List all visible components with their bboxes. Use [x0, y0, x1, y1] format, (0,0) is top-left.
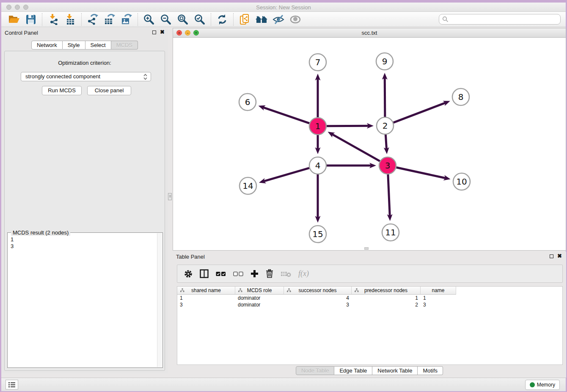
close-panel-icon[interactable]: ✖: [160, 30, 165, 34]
function-builder-icon: f(x): [298, 269, 309, 278]
tab-node-table[interactable]: Node Table: [296, 366, 335, 375]
sort-icon[interactable]: [355, 288, 359, 293]
create-column-icon[interactable]: [250, 270, 259, 278]
graph-node-label: 10: [456, 177, 467, 187]
task-history-button[interactable]: [6, 380, 18, 389]
graph-node-label: 8: [458, 92, 464, 102]
zoom-fit-icon[interactable]: [174, 13, 191, 26]
mcds-result-group: MCDS result (2 nodes) 1 3: [7, 232, 163, 368]
network-view-window: × – + scc.txt 7968124314101511: [173, 28, 566, 251]
float-panel-icon[interactable]: [152, 30, 156, 34]
close-table-panel-icon[interactable]: ✖: [557, 254, 562, 258]
save-session-icon[interactable]: [22, 13, 39, 26]
zoom-out-icon[interactable]: [157, 13, 174, 26]
float-table-panel-icon[interactable]: [550, 254, 553, 258]
show-columns-icon[interactable]: [200, 269, 209, 278]
main-toolbar: [1, 12, 566, 27]
memory-label: Memory: [537, 382, 555, 388]
graph-node-label: 6: [245, 97, 250, 107]
mcds-result-list[interactable]: 1 3: [8, 235, 157, 367]
table-settings-icon[interactable]: [184, 270, 193, 278]
panel-divider-grip[interactable]: [168, 193, 172, 200]
graph-edge-3-11[interactable]: [388, 174, 390, 216]
tab-edge-table[interactable]: Edge Table: [334, 366, 372, 375]
optimization-criterion-select[interactable]: strongly connected component: [21, 72, 151, 81]
hide-panels-icon[interactable]: [270, 13, 287, 26]
control-panel-tabs: Network Style Select MCDS: [1, 41, 168, 50]
run-mcds-button[interactable]: Run MCDS: [42, 86, 82, 95]
graph-edge-2-3[interactable]: [385, 135, 386, 149]
open-session-icon[interactable]: [6, 13, 22, 26]
graph-node-label: 2: [383, 121, 388, 131]
column-header-mcds-role[interactable]: MCDS role: [235, 287, 284, 295]
network-window-title: scc.txt: [173, 30, 566, 36]
graph-edge-2-8[interactable]: [394, 103, 446, 123]
column-header-successor-nodes[interactable]: successor nodes: [284, 287, 352, 295]
graph-node-label: 14: [242, 181, 253, 191]
delete-table-icon[interactable]: [281, 271, 291, 277]
select-stepper-icon: [143, 74, 147, 80]
tab-select[interactable]: Select: [85, 41, 111, 50]
sort-icon[interactable]: [287, 288, 291, 293]
table-toolbar: f(x): [177, 265, 563, 283]
zoom-selected-icon[interactable]: [191, 13, 208, 26]
column-header-name[interactable]: name: [421, 287, 456, 295]
refresh-icon[interactable]: [214, 13, 231, 26]
network-graph[interactable]: 7968124314101511: [173, 38, 566, 250]
clone-network-icon[interactable]: [236, 13, 253, 26]
node-table: shared name MCDS role successor nodes pr…: [177, 286, 563, 365]
table-tabs: Node Table Edge Table Network Table Moti…: [173, 366, 566, 375]
graph-node-label: 7: [315, 57, 321, 67]
list-icon: [8, 382, 16, 388]
export-network-icon[interactable]: [84, 13, 101, 26]
tab-motifs[interactable]: Motifs: [418, 366, 443, 375]
zoom-in-icon[interactable]: [140, 13, 157, 26]
graph-edge-4-14[interactable]: [264, 168, 309, 181]
table-panel: Table Panel ✖ f(x): [173, 252, 566, 378]
tab-mcds[interactable]: MCDS: [111, 41, 138, 50]
column-header-predecessor-nodes[interactable]: predecessor nodes: [352, 287, 421, 295]
mcds-result-item[interactable]: 3: [11, 243, 157, 250]
graph-node-label: 3: [385, 160, 391, 171]
close-panel-button[interactable]: Close panel: [87, 86, 131, 95]
status-bar: Memory: [1, 378, 566, 391]
graph-edge-3-10[interactable]: [396, 167, 446, 178]
graph-node-label: 15: [312, 229, 323, 239]
sort-icon[interactable]: [180, 288, 184, 293]
deselect-all-icon[interactable]: [233, 271, 243, 276]
table-row[interactable]: 1 dominator 4 1 1: [177, 295, 562, 301]
canvas-scroll-thumb[interactable]: [364, 247, 369, 250]
graph-edge-3-1[interactable]: [332, 134, 380, 161]
mcds-result-item[interactable]: 1: [11, 236, 157, 243]
optimization-criterion-label: Optimization criterion:: [5, 60, 165, 66]
sort-icon[interactable]: [238, 288, 242, 293]
table-header-row: shared name MCDS role successor nodes pr…: [177, 287, 562, 295]
network-canvas[interactable]: 7968124314101511: [173, 38, 566, 250]
show-panels-icon[interactable]: [287, 13, 304, 26]
tab-network[interactable]: Network: [31, 41, 63, 50]
graph-edge-1-6[interactable]: [263, 108, 309, 124]
graph-edge-2-9[interactable]: [385, 78, 385, 117]
tab-style[interactable]: Style: [63, 41, 85, 50]
import-table-icon[interactable]: [62, 13, 79, 26]
table-panel-title: Table Panel: [176, 254, 205, 260]
graph-node-label: 1: [315, 121, 321, 131]
import-network-icon[interactable]: [45, 13, 62, 26]
network-window-titlebar[interactable]: × – + scc.txt: [173, 28, 566, 38]
graph-edge-1-2[interactable]: [327, 126, 369, 126]
memory-button[interactable]: Memory: [525, 380, 560, 390]
select-all-icon[interactable]: [216, 271, 226, 276]
mcds-panel: Optimization criterion: strongly connect…: [4, 51, 165, 371]
export-image-icon[interactable]: [118, 13, 135, 26]
search-input[interactable]: [439, 14, 561, 25]
app-titlebar: Session: New Session: [1, 3, 566, 12]
table-row[interactable]: 3 dominator 3 2 3: [177, 301, 562, 308]
tab-network-table[interactable]: Network Table: [372, 366, 418, 375]
delete-column-icon[interactable]: [266, 269, 273, 278]
home-icon[interactable]: [253, 13, 270, 26]
export-table-icon[interactable]: [101, 13, 118, 26]
control-panel: Control Panel ✖ Network Style Select MCD…: [1, 28, 168, 373]
column-header-shared-name[interactable]: shared name: [177, 287, 235, 295]
result-scrollbar[interactable]: [157, 233, 162, 367]
app-title: Session: New Session: [1, 4, 566, 11]
